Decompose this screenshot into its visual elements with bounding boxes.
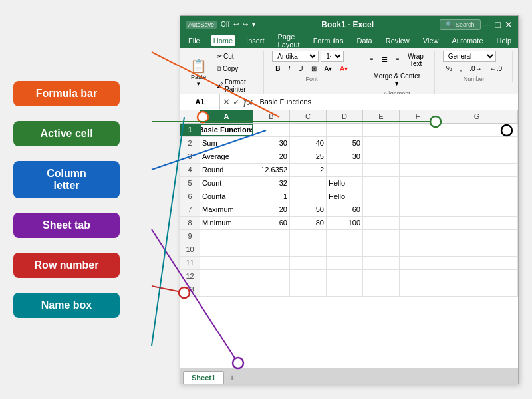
cell-G2[interactable]	[436, 137, 518, 150]
cell-E3[interactable]	[363, 150, 400, 163]
col-header-F[interactable]: F	[400, 110, 436, 123]
col-header-D[interactable]: D	[327, 110, 363, 123]
cell-D12[interactable]	[327, 270, 363, 283]
fill-color-button[interactable]: A▾	[321, 63, 336, 74]
cell-A4[interactable]: Round	[200, 164, 253, 176]
cell-G6[interactable]	[436, 190, 518, 203]
wrap-text-button[interactable]: Wrap Text	[404, 51, 428, 69]
align-right-button[interactable]: ≡	[392, 54, 403, 65]
cell-C1[interactable]	[290, 124, 327, 136]
cell-D4[interactable]	[327, 164, 363, 176]
cell-C6[interactable]	[290, 190, 327, 203]
menu-review[interactable]: Review	[383, 35, 412, 46]
menu-view[interactable]: View	[420, 35, 442, 46]
copy-button[interactable]: ⧉ Copy	[213, 63, 257, 75]
font-color-button[interactable]: A▾	[336, 63, 351, 74]
font-size-select[interactable]: 14	[321, 51, 344, 62]
col-header-B[interactable]: B	[253, 110, 290, 123]
cell-D8[interactable]: 100	[327, 217, 363, 229]
col-header-A[interactable]: A	[200, 110, 253, 123]
cell-C9[interactable]	[290, 230, 327, 243]
cell-C4[interactable]: 2	[290, 164, 327, 176]
fx-icon[interactable]: ƒx	[243, 97, 252, 107]
cell-F10[interactable]	[400, 243, 436, 256]
cell-E13[interactable]	[363, 283, 400, 296]
cut-button[interactable]: ✂ Cut	[213, 51, 257, 62]
cell-C12[interactable]	[290, 270, 327, 283]
cell-E1[interactable]	[363, 124, 400, 136]
col-header-E[interactable]: E	[363, 110, 400, 123]
fx-confirm-icon[interactable]: ✓	[233, 97, 240, 107]
col-header-C[interactable]: C	[290, 110, 327, 123]
cell-C5[interactable]	[290, 177, 327, 190]
cell-G11[interactable]	[436, 257, 518, 269]
merge-center-button[interactable]: Merge & Center ▼	[366, 70, 428, 89]
cell-B9[interactable]	[253, 230, 290, 243]
cell-D7[interactable]: 60	[327, 203, 363, 216]
menu-page-layout[interactable]: Page Layout	[275, 31, 303, 50]
name-box-cell[interactable]: A1	[180, 94, 220, 110]
fx-cancel-icon[interactable]: ✕	[223, 97, 230, 107]
cell-E7[interactable]	[363, 203, 400, 216]
font-name-select[interactable]: Andika	[272, 51, 319, 62]
undo-icon[interactable]: ↩	[233, 21, 239, 28]
sheet-tab-sheet1[interactable]: Sheet1	[183, 371, 224, 384]
cell-A1[interactable]: Basic Functions	[200, 124, 253, 136]
cell-A2[interactable]: Sum	[200, 137, 253, 150]
cell-E5[interactable]	[363, 177, 400, 190]
cell-F8[interactable]	[400, 217, 436, 229]
cell-E2[interactable]	[363, 137, 400, 150]
cell-C10[interactable]	[290, 243, 327, 256]
cell-C13[interactable]	[290, 283, 327, 296]
cell-B5[interactable]: 32	[253, 177, 290, 190]
cell-F12[interactable]	[400, 270, 436, 283]
cell-B1[interactable]	[253, 124, 290, 136]
menu-automate[interactable]: Automate	[449, 35, 485, 46]
cell-D6[interactable]: Hello	[327, 190, 363, 203]
cell-B11[interactable]	[253, 257, 290, 269]
cell-D11[interactable]	[327, 257, 363, 269]
cell-B12[interactable]	[253, 270, 290, 283]
menu-file[interactable]: File	[186, 35, 203, 46]
cell-A10[interactable]	[200, 243, 253, 256]
cell-D5[interactable]: Hello	[327, 177, 363, 190]
cell-G8[interactable]	[436, 217, 518, 229]
align-left-button[interactable]: ≡	[366, 54, 377, 65]
align-center-button[interactable]: ☰	[378, 54, 391, 65]
cell-F5[interactable]	[400, 177, 436, 190]
cell-B10[interactable]	[253, 243, 290, 256]
cell-A3[interactable]: Average	[200, 150, 253, 163]
cell-G13[interactable]	[436, 283, 518, 296]
cell-E4[interactable]	[363, 164, 400, 176]
cell-B8[interactable]: 60	[253, 217, 290, 229]
cell-A6[interactable]: Counta	[200, 190, 253, 203]
cell-G10[interactable]	[436, 243, 518, 256]
cell-G7[interactable]	[436, 203, 518, 216]
cell-A5[interactable]: Count	[200, 177, 253, 190]
cell-C7[interactable]: 50	[290, 203, 327, 216]
cell-F6[interactable]	[400, 190, 436, 203]
format-painter-button[interactable]: 🖌 Format Painter	[213, 76, 257, 94]
cell-F3[interactable]	[400, 150, 436, 163]
cell-F4[interactable]	[400, 164, 436, 176]
cell-A9[interactable]	[200, 230, 253, 243]
cell-F11[interactable]	[400, 257, 436, 269]
cell-E9[interactable]	[363, 230, 400, 243]
increase-decimal-button[interactable]: .0→	[466, 63, 485, 74]
paste-button[interactable]: 📋 Paste ▾	[186, 55, 211, 90]
cell-D2[interactable]: 50	[327, 137, 363, 150]
quick-access-icon[interactable]: ▾	[252, 21, 255, 28]
formula-input[interactable]	[255, 98, 518, 106]
cell-D10[interactable]	[327, 243, 363, 256]
menu-formulas[interactable]: Formulas	[311, 35, 346, 46]
cell-E8[interactable]	[363, 217, 400, 229]
menu-home[interactable]: Home	[211, 35, 235, 46]
cell-C11[interactable]	[290, 257, 327, 269]
cell-D13[interactable]	[327, 283, 363, 296]
cell-F13[interactable]	[400, 283, 436, 296]
cell-B13[interactable]	[253, 283, 290, 296]
cell-F9[interactable]	[400, 230, 436, 243]
cell-F2[interactable]	[400, 137, 436, 150]
underline-button[interactable]: U	[295, 63, 306, 74]
cell-E11[interactable]	[363, 257, 400, 269]
